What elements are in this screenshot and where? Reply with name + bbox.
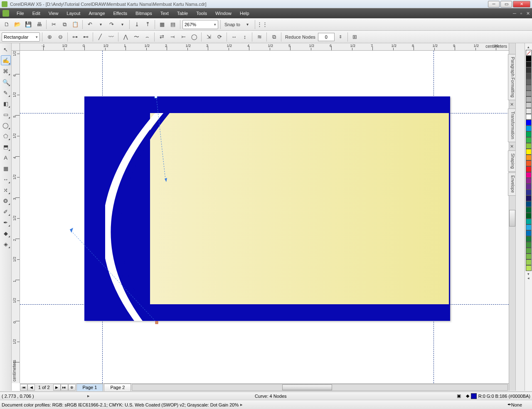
- viewport[interactable]: [20, 51, 509, 383]
- swatch-25[interactable]: [526, 201, 532, 207]
- swatch-18[interactable]: [526, 160, 532, 166]
- palette-flyout[interactable]: ◂: [527, 276, 530, 280]
- swatch-34[interactable]: [526, 254, 532, 259]
- swatch-2[interactable]: [526, 67, 532, 73]
- horizontal-scrollbar[interactable]: [132, 384, 508, 391]
- swatch-10[interactable]: [526, 114, 532, 120]
- welcome-button[interactable]: ▤: [168, 20, 178, 30]
- menu-view[interactable]: View: [44, 8, 63, 18]
- docker-shaping[interactable]: Shaping: [508, 150, 515, 172]
- paste-button[interactable]: 📋: [70, 20, 80, 30]
- outline-tool[interactable]: ✒: [1, 217, 11, 227]
- freehand-tool[interactable]: ✎: [1, 88, 11, 98]
- palette-up[interactable]: ▴: [527, 45, 530, 49]
- swatch-15[interactable]: [526, 143, 532, 149]
- profiles-expand-icon[interactable]: ▸: [240, 402, 243, 407]
- polygon-tool[interactable]: ⬠: [1, 131, 11, 141]
- delete-node-button[interactable]: ⊖: [55, 32, 65, 42]
- align-v-button[interactable]: ↕: [240, 32, 250, 42]
- tab-page-2[interactable]: Page 2: [104, 384, 131, 391]
- docker-close-2[interactable]: ✕: [509, 144, 515, 150]
- menu-tools[interactable]: Tools: [192, 8, 211, 18]
- swatch-13[interactable]: [526, 131, 532, 137]
- cusp-button[interactable]: ⋀: [121, 32, 131, 42]
- app-launcher[interactable]: ▦: [157, 20, 167, 30]
- ruler-vertical[interactable]: centimeters -11/201/211/221/231/241/251/…: [12, 51, 20, 383]
- swatch-4[interactable]: [526, 79, 532, 85]
- redo-button[interactable]: ↷: [106, 20, 116, 30]
- reverse-button[interactable]: ⇄: [157, 32, 167, 42]
- minimize-button[interactable]: ─: [488, 1, 500, 7]
- mdi-restore[interactable]: ▫: [518, 10, 524, 16]
- swatch-29[interactable]: [526, 224, 532, 230]
- menu-bitmaps[interactable]: Bitmaps: [131, 8, 156, 18]
- swatch-24[interactable]: [526, 195, 532, 201]
- last-page-button[interactable]: ⏭: [61, 384, 68, 391]
- snap-drop[interactable]: ▾: [243, 20, 253, 30]
- swatch-11[interactable]: [526, 120, 532, 126]
- open-button[interactable]: 📂: [12, 20, 22, 30]
- options-button[interactable]: ⋮⋮: [257, 20, 267, 30]
- import-button[interactable]: ⤓: [132, 20, 142, 30]
- menu-help[interactable]: Help: [236, 8, 254, 18]
- menu-text[interactable]: Text: [156, 8, 173, 18]
- menu-arrange[interactable]: Arrange: [84, 8, 109, 18]
- reduce-spinner[interactable]: ⇕: [335, 32, 345, 42]
- prev-page-button[interactable]: ◀: [27, 384, 35, 391]
- menu-window[interactable]: Window: [211, 8, 236, 18]
- swatch-5[interactable]: [526, 85, 532, 91]
- cut-button[interactable]: ✂: [49, 20, 59, 30]
- select-all-nodes-button[interactable]: ⊞: [350, 32, 360, 42]
- export-button[interactable]: ⤒: [143, 20, 153, 30]
- interactive-tool[interactable]: ❂: [1, 196, 11, 206]
- save-button[interactable]: 💾: [23, 20, 33, 30]
- fill-tool[interactable]: ◆: [1, 228, 11, 238]
- swatch-12[interactable]: [526, 126, 532, 131]
- docker-transformation[interactable]: Transformation: [508, 108, 515, 142]
- swatch-16[interactable]: [526, 149, 532, 155]
- ruler-horizontal[interactable]: centimeters -11/201/211/221/231/241/251/…: [20, 43, 509, 51]
- zoom-tool[interactable]: 🔍: [1, 77, 11, 87]
- close-button[interactable]: ✕: [513, 1, 530, 7]
- align-h-button[interactable]: ↔: [229, 32, 239, 42]
- elastic-button[interactable]: ⧉: [269, 32, 279, 42]
- undo-button[interactable]: ↶: [85, 20, 95, 30]
- swatch-17[interactable]: [526, 155, 532, 160]
- extract-button[interactable]: ⤚: [178, 32, 188, 42]
- swatch-28[interactable]: [526, 219, 532, 224]
- text-tool[interactable]: A: [1, 153, 11, 163]
- rotate-button[interactable]: ⟳: [214, 32, 224, 42]
- undo-drop[interactable]: ▾: [96, 20, 106, 30]
- print-button[interactable]: 🖶: [34, 20, 44, 30]
- extend-button[interactable]: ⤙: [167, 32, 177, 42]
- swatch-7[interactable]: [526, 96, 532, 102]
- pick-tool[interactable]: ↖: [1, 44, 11, 54]
- symmetrical-button[interactable]: ⌢: [142, 32, 152, 42]
- swatch-32[interactable]: [526, 242, 532, 248]
- add-page-button[interactable]: ⊕: [68, 384, 76, 391]
- stretch-button[interactable]: ⇲: [204, 32, 214, 42]
- smart-fill-tool[interactable]: ◧: [1, 99, 11, 108]
- rectangle-tool[interactable]: ▭: [1, 109, 11, 119]
- swatch-22[interactable]: [526, 184, 532, 190]
- shape-dropdown[interactable]: Rectangular: [2, 32, 40, 42]
- swatch-9[interactable]: [526, 108, 532, 114]
- swatch-23[interactable]: [526, 190, 532, 195]
- interactive-fill-tool[interactable]: ◈: [1, 239, 11, 249]
- eyedropper-tool[interactable]: ✐: [1, 207, 11, 217]
- table-tool[interactable]: ▦: [1, 163, 11, 173]
- swatch-20[interactable]: [526, 172, 532, 178]
- connector-tool[interactable]: ⤭: [1, 185, 11, 195]
- palette-down[interactable]: ▾: [527, 272, 530, 276]
- maximize-button[interactable]: ▭: [500, 1, 512, 7]
- swatch-0[interactable]: [526, 56, 532, 62]
- ruler-origin[interactable]: [12, 43, 20, 51]
- next-page-button[interactable]: ▶: [53, 384, 61, 391]
- menu-file[interactable]: File: [12, 8, 28, 18]
- to-curve-button[interactable]: 〰: [106, 32, 116, 42]
- smooth-button[interactable]: 〜: [131, 32, 141, 42]
- swatch-3[interactable]: [526, 73, 532, 79]
- swatch-6[interactable]: [526, 91, 532, 96]
- docker-paragraph[interactable]: Paragraph Formatting: [508, 54, 515, 100]
- docker-close-1[interactable]: ✕: [509, 102, 515, 108]
